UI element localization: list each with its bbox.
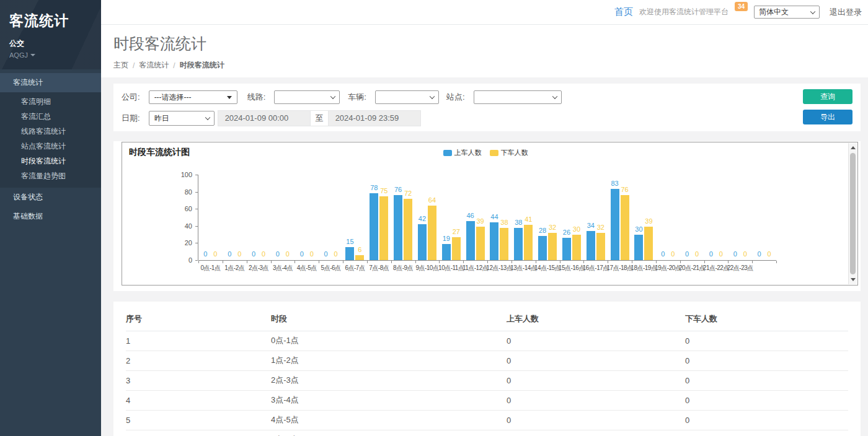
table-cell: 5 [126,411,271,430]
breadcrumb: 主页 / 客流统计 / 时段客流统计 [113,60,868,71]
content-area: 公司: ---请选择--- 线路: 车辆: 站点: [101,77,868,436]
scroll-down-icon[interactable] [851,278,856,281]
x-axis-tick [680,261,681,263]
x-axis-tick [271,261,272,263]
org-code-dropdown[interactable]: AQGJ [9,51,101,59]
export-button[interactable]: 导出 [803,110,852,124]
sidebar-submenu: 客流明细客流汇总线路客流统计站点客流统计时段客流统计客流量趋势图 [0,92,101,188]
company-select[interactable]: ---请选择--- [149,90,237,104]
bar-value-label: 27 [446,228,467,235]
x-axis-tick [343,261,343,263]
bar-上车人数-9点-10点 [418,224,427,260]
table-cell: 0 [507,331,685,351]
sidebar-item-device-status[interactable]: 设备状态 [0,188,101,207]
y-axis-tick-label: 0 [174,256,192,264]
table-header-1: 序号 [126,308,271,331]
chart-box: 时段车流统计图 上车人数下车人数 020406080100000点-1点001点… [122,142,858,286]
y-axis-tick [195,260,198,261]
breadcrumb-current: 时段客流统计 [180,60,224,71]
x-axis-tick [415,261,416,263]
x-axis-tick [223,261,223,263]
bar-下车人数-15点-16点 [572,235,581,260]
chevron-down-icon [430,94,435,99]
language-select[interactable]: 简体中文 [754,6,820,19]
table-cell: 6 [126,430,271,436]
station-select[interactable] [474,90,562,104]
vehicle-label: 车辆: [348,92,366,103]
x-axis-tick [752,261,753,263]
page-title: 时段客流统计 [113,33,868,54]
notification-count-badge[interactable]: 34 [735,2,748,11]
x-axis-tick [560,261,560,263]
bar-上车人数-18点-19点 [634,235,643,260]
sidebar-subitem-station-passenger-stats[interactable]: 站点客流统计 [0,139,101,154]
bar-value-label: 32 [590,224,611,231]
bar-下车人数-9点-10点 [428,206,436,260]
date-preset-select[interactable]: 昨日 [149,111,215,126]
table-header-4: 下车人数 [685,308,848,331]
bar-下车人数-14点-15点 [548,233,557,260]
vehicle-select[interactable] [375,90,439,104]
x-axis-tick [776,261,777,263]
home-link[interactable]: 首页 [614,6,633,18]
table-cell: 4点-5点 [271,411,507,430]
table-row: 10点-1点00 [126,331,848,351]
y-axis-tick [195,243,198,243]
bar-下车人数-6点-7点 [355,255,364,260]
period-stats-table: 序号时段上车人数下车人数10点-1点0021点-2点0032点-3点0043点-… [126,308,848,436]
sidebar-item-base-data[interactable]: 基础数据 [0,207,101,226]
table-cell: 3 [126,371,271,391]
sidebar: 客流统计 公交 AQGJ 客流统计客流明细客流汇总线路客流统计站点客流统计时段客… [0,0,101,436]
sidebar-item-passenger-stats[interactable]: 客流统计 [0,73,101,92]
line-select[interactable] [274,90,340,104]
scrollbar-thumb[interactable] [850,153,856,274]
table-cell: 3点-4点 [271,391,507,411]
sidebar-subitem-passenger-summary[interactable]: 客流汇总 [0,109,101,124]
bar-下车人数-11点-12点 [476,227,485,260]
table-cell: 0 [507,430,685,436]
breadcrumb-home[interactable]: 主页 [113,60,128,71]
x-axis-tick [247,261,247,263]
scroll-up-icon[interactable] [851,146,856,149]
bar-上车人数-16点-17点 [587,231,595,260]
x-axis-tick [439,261,440,263]
company-select-value: ---请选择--- [154,93,192,102]
date-to-label: 至 [311,110,328,126]
x-axis-tick [512,261,512,263]
sidebar-subitem-period-passenger-stats[interactable]: 时段客流统计 [0,154,101,168]
table-cell: 0点-1点 [271,331,507,351]
chevron-down-icon [330,94,335,99]
bar-value-label: 15 [339,238,360,245]
bar-value-label: 0 [326,250,347,258]
table-header-3: 上车人数 [507,308,685,331]
data-table-panel: 序号时段上车人数下车人数10点-1点0021点-2点0032点-3点0043点-… [113,302,861,436]
date-from-input[interactable]: 2024-01-09 00:00 [218,110,311,126]
y-axis-tick-label: 20 [174,239,192,246]
bar-value-label: 39 [638,217,659,225]
table-cell: 0 [507,391,685,411]
language-select-value: 简体中文 [759,7,789,16]
top-navbar: 首页 欢迎使用客流统计管理平台 34 简体中文 退出登录 [101,0,868,25]
logout-link[interactable]: 退出登录 [830,7,862,18]
sidebar-subitem-line-passenger-stats[interactable]: 线路客流统计 [0,124,101,139]
dropdown-arrow-icon [227,96,232,99]
sidebar-subitem-passenger-trend-chart[interactable]: 客流量趋势图 [0,168,101,183]
app-title: 客流统计 [9,11,101,30]
date-to-input[interactable]: 2024-01-09 23:59 [328,110,421,126]
search-button[interactable]: 查询 [803,89,852,104]
breadcrumb-separator: / [173,61,175,70]
x-axis-tick [728,261,728,263]
y-axis-tick [195,192,198,193]
bar-value-label: 0 [759,250,780,258]
table-cell: 0 [685,371,848,391]
bar-chart-plot: 020406080100000点-1点001点-2点002点-3点003点-4点… [122,142,857,285]
sidebar-subitem-passenger-detail[interactable]: 客流明细 [0,94,101,109]
table-cell: 0 [685,411,848,430]
chart-scrollbar[interactable] [848,143,857,284]
breadcrumb-section[interactable]: 客流统计 [139,60,169,71]
bar-value-label: 64 [422,196,443,204]
sidebar-header: 客流统计 公交 AQGJ [0,0,101,69]
bar-上车人数-12点-13点 [490,222,498,260]
table-row: 65点-6点00 [126,430,848,436]
bar-value-label: 72 [397,190,418,197]
